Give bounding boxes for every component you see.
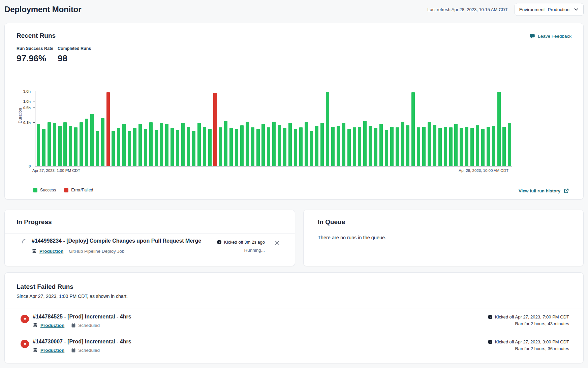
chart-bar-success[interactable]	[417, 127, 420, 166]
chart-bar-success[interactable]	[138, 124, 142, 166]
chart-bar-success[interactable]	[192, 131, 195, 166]
chart-bar-success[interactable]	[299, 127, 303, 166]
kpi-run-success-rate: Run Success Rate 97.96%	[17, 46, 53, 64]
chart-bar-success[interactable]	[155, 130, 158, 166]
chart-bar-success[interactable]	[428, 122, 431, 166]
chart-bar-success[interactable]	[406, 125, 409, 166]
chart-bar-success[interactable]	[128, 131, 131, 166]
chart-bar-success[interactable]	[326, 92, 329, 166]
chart-bar-success[interactable]	[305, 122, 308, 166]
chart-bar-success[interactable]	[181, 123, 185, 166]
chart-bar-success[interactable]	[256, 129, 260, 166]
chart-bar-success[interactable]	[246, 122, 249, 166]
chart-bar-success[interactable]	[342, 123, 345, 166]
chart-bar-success[interactable]	[251, 127, 254, 166]
chart-bar-success[interactable]	[149, 122, 153, 166]
chart-bar-success[interactable]	[438, 128, 442, 166]
chart-bar-success[interactable]	[176, 130, 179, 166]
chart-bar-success[interactable]	[96, 131, 99, 166]
chart-bar-failed[interactable]	[213, 93, 217, 166]
chart-bar-success[interactable]	[171, 128, 174, 166]
chart-bar-success[interactable]	[288, 123, 292, 166]
trigger-label: Scheduled	[78, 323, 100, 328]
leave-feedback-link[interactable]: Leave Feedback	[529, 33, 571, 39]
chart-bar-success[interactable]	[229, 128, 233, 166]
chart-bar-success[interactable]	[133, 128, 136, 166]
failed-run-row: #144730007 - [Prod] Incremental - 4hrs P…	[5, 339, 583, 353]
chart-bar-success[interactable]	[235, 129, 238, 166]
chart-bar-success[interactable]	[294, 129, 297, 166]
chart-bar-success[interactable]	[63, 122, 67, 166]
chart-bar-success[interactable]	[487, 127, 490, 166]
environment-link[interactable]: Production	[40, 323, 64, 328]
chart-bar-success[interactable]	[187, 127, 190, 166]
chart-bar-success[interactable]	[112, 131, 115, 166]
chart-bar-success[interactable]	[80, 122, 83, 166]
chart-bar-success[interactable]	[315, 126, 318, 166]
chart-bar-success[interactable]	[283, 128, 286, 166]
chart-bar-success[interactable]	[219, 127, 222, 166]
environment-dropdown[interactable]: Environment Production	[515, 3, 584, 16]
chart-bar-success[interactable]	[240, 125, 244, 166]
chart-bar-success[interactable]	[433, 125, 436, 166]
chart-bar-failed[interactable]	[106, 92, 110, 166]
chart-bar-success[interactable]	[379, 124, 383, 166]
chart-bar-success[interactable]	[331, 127, 335, 166]
chart-bar-success[interactable]	[347, 129, 351, 166]
chart-bar-success[interactable]	[454, 124, 458, 166]
chart-bar-success[interactable]	[444, 127, 447, 166]
chart-bar-success[interactable]	[203, 127, 206, 166]
chart-bar-success[interactable]	[369, 126, 372, 166]
view-full-run-history-link[interactable]: View full run history	[519, 188, 569, 194]
chart-bar-success[interactable]	[497, 92, 501, 166]
chart-bar-success[interactable]	[492, 126, 495, 166]
chart-bar-success[interactable]	[320, 123, 324, 166]
chart-bar-success[interactable]	[401, 122, 404, 166]
chart-bar-success[interactable]	[37, 124, 40, 166]
chart-bar-success[interactable]	[374, 128, 377, 166]
environment-link[interactable]: Production	[40, 348, 64, 353]
chart-bar-success[interactable]	[272, 122, 276, 166]
chart-bar-success[interactable]	[69, 126, 72, 166]
chart-bar-success[interactable]	[310, 131, 313, 166]
chart-bar-success[interactable]	[337, 126, 340, 166]
environment-link[interactable]: Production	[39, 249, 63, 254]
chart-bar-success[interactable]	[411, 92, 415, 166]
chart-bar-success[interactable]	[74, 127, 78, 166]
chart-bar-success[interactable]	[363, 121, 367, 166]
chart-bar-success[interactable]	[502, 127, 506, 166]
chart-bar-success[interactable]	[358, 127, 361, 166]
chart-bar-success[interactable]	[160, 123, 163, 166]
chart-bar-success[interactable]	[208, 129, 212, 166]
chart-bar-success[interactable]	[385, 130, 388, 166]
chart-bar-success[interactable]	[470, 128, 474, 166]
chart-bar-success[interactable]	[117, 128, 120, 166]
chart-bar-success[interactable]	[261, 124, 265, 166]
chart-bar-success[interactable]	[42, 129, 45, 166]
chart-bar-success[interactable]	[396, 127, 399, 166]
chart-bar-success[interactable]	[390, 127, 394, 166]
close-icon[interactable]	[274, 240, 280, 246]
chart-bar-success[interactable]	[460, 128, 463, 166]
chart-bar-success[interactable]	[165, 124, 168, 166]
chart-bar-success[interactable]	[85, 119, 88, 166]
chart-bar-success[interactable]	[481, 129, 485, 166]
chart-bar-success[interactable]	[58, 126, 62, 166]
chart-bar-success[interactable]	[267, 127, 270, 166]
chart-bar-success[interactable]	[53, 123, 56, 166]
chart-bar-success[interactable]	[422, 127, 426, 166]
chart-bar-success[interactable]	[278, 125, 281, 166]
chart-bar-success[interactable]	[353, 127, 356, 166]
chart-bar-success[interactable]	[90, 114, 94, 166]
chart-bar-success[interactable]	[508, 123, 511, 166]
chart-bar-success[interactable]	[101, 118, 104, 166]
chart-bar-success[interactable]	[48, 122, 51, 166]
chart-bar-success[interactable]	[465, 127, 468, 166]
chart-bar-success[interactable]	[122, 124, 126, 166]
chart-bar-success[interactable]	[144, 129, 147, 166]
chart-bar-success[interactable]	[197, 123, 201, 166]
failed-run-info: #144784525 - [Prod] Incremental - 4hrs P…	[21, 314, 131, 328]
chart-bar-success[interactable]	[224, 121, 227, 166]
chart-bar-success[interactable]	[476, 125, 479, 166]
chart-bar-success[interactable]	[449, 127, 453, 166]
